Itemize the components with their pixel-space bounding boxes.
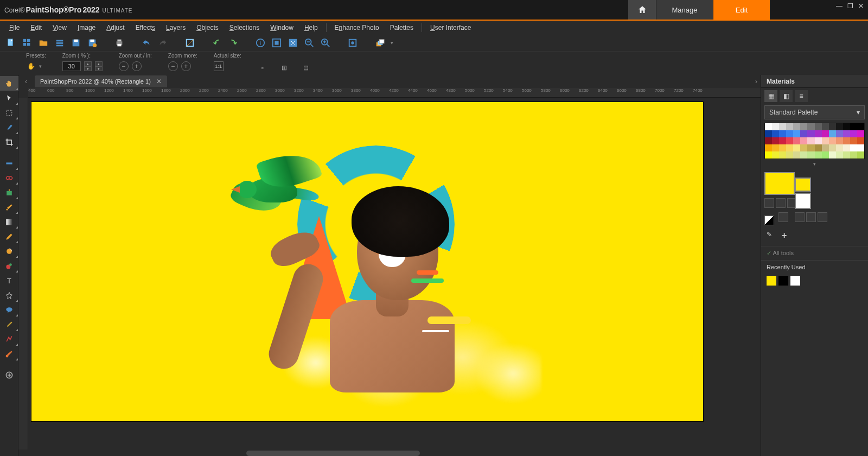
- grid-icon[interactable]: [22, 37, 33, 48]
- zoom-in-icon[interactable]: [320, 37, 331, 48]
- swatch[interactable]: [779, 130, 786, 137]
- info-icon[interactable]: i: [255, 37, 266, 48]
- recent-swatch[interactable]: [778, 276, 788, 286]
- tab-close-icon[interactable]: ✕: [156, 78, 162, 85]
- swatch[interactable]: [765, 144, 772, 151]
- makeover-tool[interactable]: [0, 185, 18, 200]
- shape-tool[interactable]: [0, 288, 18, 302]
- swatch[interactable]: [829, 137, 836, 144]
- swatch[interactable]: [843, 144, 850, 151]
- tab-manage[interactable]: Manage: [656, 0, 713, 20]
- fit-window-icon[interactable]: [271, 37, 282, 48]
- actual-size-icon[interactable]: 1:1: [214, 61, 224, 71]
- swatch[interactable]: [829, 123, 836, 130]
- menu-edit[interactable]: Edit: [25, 22, 47, 33]
- menu-user-interface[interactable]: User Interface: [425, 22, 476, 33]
- recent-swatch[interactable]: [767, 276, 776, 286]
- swap-colors-icon[interactable]: [764, 216, 774, 225]
- smudge-tool[interactable]: [0, 244, 18, 258]
- extra-icon-1[interactable]: ▫: [258, 63, 267, 73]
- swatch[interactable]: [800, 151, 807, 159]
- bg2-style-pattern[interactable]: [818, 212, 827, 222]
- swatch[interactable]: [836, 130, 843, 137]
- swatch[interactable]: [850, 130, 857, 137]
- swatch[interactable]: [836, 151, 843, 159]
- menu-layers[interactable]: Layers: [161, 22, 190, 33]
- swatch[interactable]: [779, 123, 786, 130]
- swatch[interactable]: [793, 137, 800, 144]
- swatch[interactable]: [807, 144, 814, 151]
- swatch[interactable]: [822, 151, 829, 159]
- swatch[interactable]: [786, 130, 793, 137]
- swatch[interactable]: [822, 137, 829, 144]
- tab-home[interactable]: [628, 0, 656, 20]
- swatch[interactable]: [843, 130, 850, 137]
- redo-icon[interactable]: [157, 37, 168, 48]
- oil-brush-tool[interactable]: [0, 346, 18, 361]
- save-icon[interactable]: [71, 37, 81, 48]
- swatch[interactable]: [829, 130, 836, 137]
- swatch[interactable]: [786, 123, 793, 130]
- close-icon[interactable]: ✕: [857, 2, 865, 10]
- menu-image[interactable]: Image: [73, 22, 100, 33]
- speech-tool[interactable]: [0, 302, 18, 317]
- fullscreen-icon[interactable]: [347, 37, 358, 48]
- swatch[interactable]: [850, 144, 857, 151]
- expand-swatches-icon[interactable]: ▾: [761, 161, 868, 167]
- text-tool[interactable]: T: [0, 273, 18, 288]
- swatch[interactable]: [807, 123, 814, 130]
- clone-tool[interactable]: [0, 258, 18, 273]
- warp-tool[interactable]: [0, 332, 18, 346]
- swatch[interactable]: [786, 151, 793, 159]
- materials-tab-sliders[interactable]: ≡: [795, 90, 808, 102]
- zoom-in-small-icon[interactable]: +: [132, 61, 142, 71]
- fg-style-solid[interactable]: [764, 198, 774, 208]
- menu-enhance-photo[interactable]: Enhance Photo: [330, 22, 384, 33]
- menu-adjust[interactable]: Adjust: [101, 22, 129, 33]
- swatch[interactable]: [779, 137, 786, 144]
- swatch[interactable]: [807, 130, 814, 137]
- tab-next-icon[interactable]: ›: [752, 77, 761, 86]
- swatch[interactable]: [772, 137, 779, 144]
- swatch[interactable]: [850, 137, 857, 144]
- stack-icon[interactable]: [54, 37, 65, 48]
- zoom-more-out-icon[interactable]: −: [168, 61, 178, 71]
- swatch[interactable]: [850, 151, 857, 159]
- swatch[interactable]: [779, 144, 786, 151]
- fit-screen-icon[interactable]: [288, 37, 298, 48]
- swatch[interactable]: [822, 130, 829, 137]
- swatch[interactable]: [822, 144, 829, 151]
- swatch[interactable]: [836, 137, 843, 144]
- pan-tool[interactable]: [0, 76, 18, 91]
- gradient-tool[interactable]: [0, 214, 18, 229]
- scrollbar-horizontal[interactable]: [18, 449, 761, 456]
- selection-tool[interactable]: [0, 105, 18, 120]
- fg-swatch[interactable]: [764, 172, 795, 195]
- zoom-out-small-icon[interactable]: −: [119, 61, 129, 71]
- preset-hand-icon[interactable]: ✋: [26, 61, 36, 71]
- straighten-tool[interactable]: [0, 156, 18, 170]
- swatch[interactable]: [807, 151, 814, 159]
- swatch[interactable]: [807, 137, 814, 144]
- swatch[interactable]: [765, 130, 772, 137]
- palette-selector[interactable]: Standard Palette ▾: [764, 105, 865, 119]
- pencil-tool[interactable]: [0, 229, 18, 244]
- swatch[interactable]: [857, 130, 864, 137]
- add-tool[interactable]: [0, 368, 18, 382]
- menu-window[interactable]: Window: [265, 22, 298, 33]
- save-as-icon[interactable]: [87, 37, 98, 48]
- swatch[interactable]: [815, 137, 822, 144]
- document-tab[interactable]: PaintShopPro 2022 @ 40% (Rectangle 1) ✕: [35, 75, 167, 87]
- tab-edit[interactable]: Edit: [713, 0, 770, 20]
- swatch[interactable]: [765, 123, 772, 130]
- crop-tool[interactable]: [0, 135, 18, 149]
- swatch[interactable]: [793, 144, 800, 151]
- swatch[interactable]: [793, 151, 800, 159]
- extra-icon-2[interactable]: ⊞: [279, 63, 289, 73]
- zoom-more-in-icon[interactable]: +: [181, 61, 191, 71]
- pen-tool[interactable]: [0, 317, 18, 332]
- swatch[interactable]: [800, 144, 807, 151]
- swatch[interactable]: [829, 151, 836, 159]
- undo-icon[interactable]: [141, 37, 152, 48]
- swatch[interactable]: [829, 144, 836, 151]
